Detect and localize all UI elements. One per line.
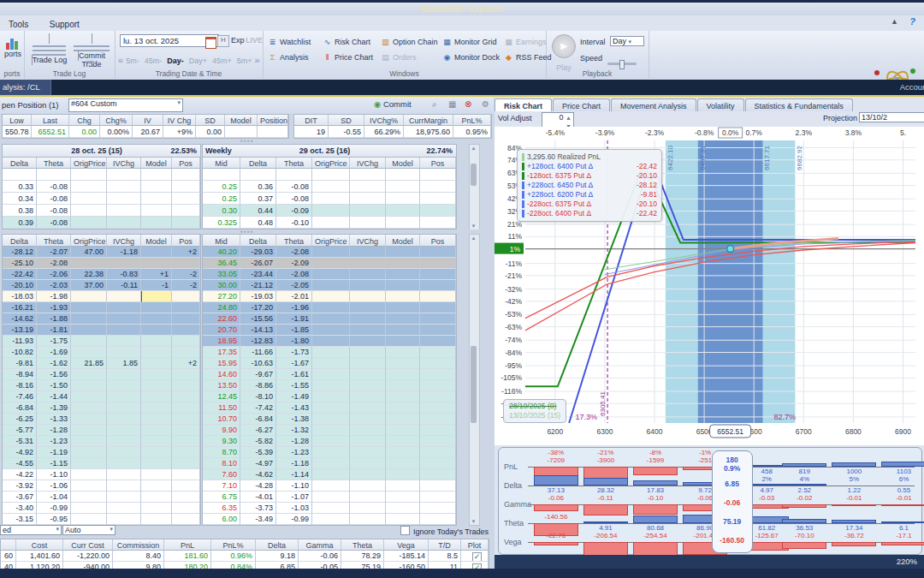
table-row[interactable]: -4.22-1.10 <box>3 469 200 480</box>
table-row[interactable]: 33.05-23.44-2.08 <box>203 269 456 280</box>
search-icon[interactable]: ⌕ <box>432 99 437 110</box>
window-toggle-risk-chart[interactable]: ∿Risk Chart <box>323 38 370 46</box>
time-step-button[interactable]: 5m+ <box>234 57 255 65</box>
risk-chart[interactable]: 6422.106487.316617.716682.926305.4117.3%… <box>495 127 924 445</box>
settings-gear-icon[interactable]: ⚙ <box>482 99 489 109</box>
time-step-button[interactable]: Day+ <box>187 57 210 65</box>
table-row[interactable]: 6.00-3.49-0.99 <box>203 514 456 525</box>
play-button[interactable]: ▶ Play <box>552 34 576 74</box>
table-row[interactable]: -9.81-1.6221.851.85+2 <box>3 358 200 369</box>
table-row[interactable]: -10.82-1.69 <box>3 347 200 358</box>
table-row[interactable]: 0.300.44-0.09 <box>203 205 456 217</box>
step-fwd-icon[interactable]: » <box>254 55 259 65</box>
table-row[interactable]: 0.38-0.08 <box>3 205 200 217</box>
table-row[interactable]: 0.34-0.08 <box>3 193 200 205</box>
position-preset-dropdown[interactable]: #604 Custom▾ <box>68 98 183 112</box>
table-row[interactable]: -5.77-1.28 <box>3 425 200 436</box>
time-step-button[interactable]: Day- <box>164 57 187 65</box>
interval-dropdown[interactable]: Day ▾ <box>610 36 644 46</box>
table-row[interactable]: -16.21-1.93 <box>3 302 200 313</box>
table-row[interactable]: 7.10-4.28-1.10 <box>203 480 456 492</box>
table-row[interactable]: -13.19-1.81 <box>3 325 200 336</box>
table-row[interactable]: 18.95-12.83-1.80 <box>203 336 456 347</box>
table-row[interactable]: 24.80-17.20-1.96 <box>203 302 456 313</box>
table-row[interactable]: 15.95-10.63-1.67 <box>203 358 456 369</box>
table-row[interactable]: 11.50-7.42-1.43 <box>203 402 456 414</box>
table-row[interactable]: -3.92-1.06 <box>3 480 200 492</box>
table-row[interactable]: 7.60-4.62-1.14 <box>203 469 456 480</box>
table-row[interactable]: -3.40-0.99 <box>3 503 200 514</box>
table-row[interactable]: 22.60-15.56-1.91 <box>203 313 456 325</box>
commit-button[interactable]: ◉ Commit <box>374 99 412 109</box>
table-row[interactable]: 40.20-29.03-2.08 <box>203 247 456 258</box>
window-toggle-analysis[interactable]: ΣAnalysis <box>268 53 309 62</box>
table-row[interactable]: -22.42-2.0622.38-0.83+1-2 <box>3 269 200 280</box>
table-row[interactable]: -6.25-1.33 <box>3 414 200 425</box>
speed-slider[interactable] <box>607 55 637 70</box>
commit-trade-button[interactable]: + Commit Trade <box>71 34 112 69</box>
table-row[interactable]: -3.15-0.95 <box>3 514 200 525</box>
time-step-button[interactable]: 45m+ <box>210 57 234 65</box>
close-position-icon[interactable]: ⊗ <box>465 99 471 109</box>
help-icon[interactable]: ? <box>909 16 915 27</box>
table-row[interactable]: 13.50-8.86-1.55 <box>203 380 456 391</box>
table-row[interactable]: 0.33-0.08 <box>3 181 200 193</box>
table-row[interactable]: 36.45-26.07-2.09 <box>203 258 456 269</box>
splitter-handle[interactable]: ●●●● <box>0 139 494 143</box>
scrollbar[interactable]: ▲▼ <box>469 234 480 526</box>
plot-checkbox[interactable]: ✓ <box>472 552 482 562</box>
table-row[interactable] <box>3 169 200 181</box>
table-row[interactable]: 0.250.37-0.08 <box>203 193 456 205</box>
table-row[interactable]: 12.45-8.10-1.49 <box>203 391 456 402</box>
table-row[interactable]: -28.12-2.0747.00-1.18+2 <box>3 247 200 258</box>
table-row[interactable]: -5.31-1.23 <box>3 436 200 447</box>
reports-button[interactable]: ports <box>0 34 26 58</box>
table-row[interactable]: -18.03-1.98 <box>3 291 200 302</box>
trade-log-button[interactable]: Trade Log <box>30 34 68 64</box>
history-icon[interactable]: H <box>217 35 229 47</box>
table-row[interactable]: -8.16-1.50 <box>3 380 200 391</box>
table-row[interactable]: 30.00-21.12-2.05 <box>203 280 456 291</box>
account-label[interactable]: Account <box>900 82 924 92</box>
window-toggle-monitor-grid[interactable]: ▦Monitor Grid <box>442 38 497 46</box>
table-row[interactable]: -11.93-1.75 <box>3 336 200 347</box>
table-row[interactable]: 10.70-6.84-1.38 <box>203 414 456 425</box>
table-row[interactable]: -3.67-1.04 <box>3 492 200 503</box>
table-row[interactable]: 9.90-6.27-1.32 <box>203 425 456 436</box>
window-toggle-rss-feed[interactable]: ◆RSS Feed <box>504 53 552 62</box>
table-row[interactable]: 8.10-4.97-1.18 <box>203 458 456 469</box>
table-row[interactable]: -6.84-1.39 <box>3 402 200 414</box>
table-row[interactable]: 550.786552.510.000.00%20.67+9%0.00 <box>3 126 288 138</box>
window-toggle-option-chain[interactable]: ▥Option Chain <box>381 38 438 46</box>
table-row[interactable]: 19-0.5566.29%18,975.600.95% <box>294 126 491 138</box>
table-row[interactable]: 27.20-19.03-2.01 <box>203 291 456 302</box>
projection-date-input[interactable]: 13/10/2 <box>859 112 924 122</box>
table-row[interactable]: 8.70-5.39-1.23 <box>203 447 456 458</box>
filter-dropdown[interactable]: ed▾ <box>0 525 62 535</box>
ignore-trades-checkbox[interactable]: Ignore Today's Trades <box>400 526 489 536</box>
window-toggle-price-chart[interactable]: ‖Price Chart <box>323 53 373 62</box>
table-row[interactable]: 14.60-9.67-1.61 <box>203 369 456 380</box>
scrollbar[interactable]: ▲▼ <box>469 144 480 230</box>
table-row[interactable]: 20.70-14.13-1.85 <box>203 325 456 336</box>
table-row[interactable] <box>203 169 456 181</box>
time-step-button[interactable]: 5m- <box>123 57 142 65</box>
table-row[interactable]: -25.10-2.08 <box>3 258 200 269</box>
auto-dropdown[interactable]: Auto▾ <box>62 525 116 535</box>
table-row[interactable]: 17.35-11.66-1.73 <box>203 347 456 358</box>
table-row[interactable]: 0.3250.48-0.10 <box>203 217 456 229</box>
menu-tools[interactable]: Tools <box>0 18 37 31</box>
window-toggle-watchlist[interactable]: ≣Watchlist <box>268 38 311 46</box>
table-row[interactable]: 6.75-4.01-1.07 <box>203 492 456 503</box>
collapse-ribbon-icon[interactable]: ▲ <box>891 17 898 26</box>
table-row[interactable]: -4.55-1.15 <box>3 458 200 469</box>
table-row[interactable]: -20.10-2.0337.00-0.11-1-2 <box>3 280 200 291</box>
table-row[interactable]: 0.250.36-0.08 <box>203 181 456 193</box>
table-row[interactable]: 601,401.60-1,220.008.40181.600.96%9.18-0… <box>1 551 489 562</box>
table-row[interactable]: -4.92-1.19 <box>3 447 200 458</box>
table-row[interactable]: -7.46-1.44 <box>3 391 200 402</box>
table-row[interactable]: -8.94-1.56 <box>3 369 200 380</box>
table-row[interactable]: -14.62-1.88 <box>3 313 200 325</box>
menu-support[interactable]: Support <box>41 18 88 31</box>
time-step-button[interactable]: 45m- <box>142 57 165 65</box>
